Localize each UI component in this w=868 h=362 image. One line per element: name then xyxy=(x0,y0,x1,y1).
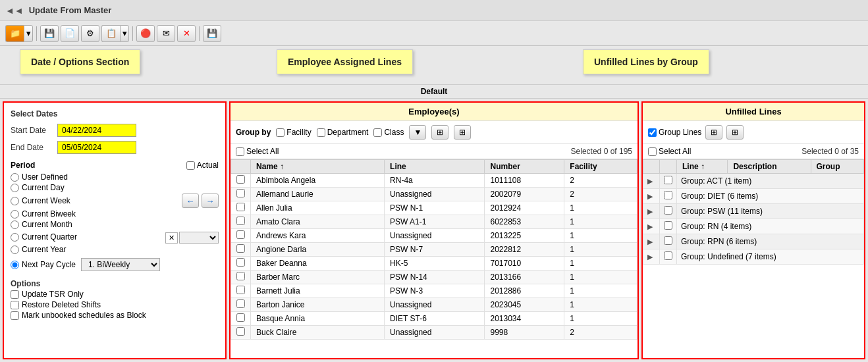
table-row[interactable]: Abimbola Angela RN-4a 1011108 2 xyxy=(231,174,637,188)
row-checkbox[interactable] xyxy=(236,175,245,184)
group-cb-cell[interactable] xyxy=(660,219,677,234)
row-checkbox[interactable] xyxy=(236,230,245,239)
open-arrow[interactable]: ▾ xyxy=(24,25,33,42)
prev-week-btn[interactable]: ← xyxy=(182,194,199,208)
current-quarter-radio[interactable] xyxy=(11,233,19,242)
table-row[interactable]: Basque Annia DIET ST-6 2013034 1 xyxy=(231,312,637,326)
row-checkbox-cell[interactable] xyxy=(231,243,251,257)
header-facility[interactable]: Facility xyxy=(564,160,637,174)
back-arrows[interactable]: ◄◄ xyxy=(5,5,24,16)
current-month-label[interactable]: Current Month xyxy=(11,220,72,229)
row-checkbox-cell[interactable] xyxy=(231,188,251,201)
pay-cycle-select[interactable]: 1. BiWeekly xyxy=(81,258,160,271)
group-row[interactable]: ▶ Group: PSW (11 items) xyxy=(643,204,864,219)
row-checkbox[interactable] xyxy=(236,286,245,294)
row-checkbox-cell[interactable] xyxy=(231,201,251,215)
table-row[interactable]: Baker Deanna HK-5 7017010 1 xyxy=(231,257,637,271)
unfilled-expand-btn[interactable]: ⊞ xyxy=(705,125,722,140)
unfilled-select-all-checkbox[interactable] xyxy=(648,147,657,156)
current-day-label[interactable]: Current Day xyxy=(11,183,65,192)
group-checkbox[interactable] xyxy=(664,191,672,199)
unfilled-columns-btn[interactable]: ⊞ xyxy=(726,125,744,140)
restore-deleted-checkbox[interactable] xyxy=(11,301,19,309)
current-week-radio[interactable] xyxy=(11,197,19,205)
current-biweek-radio[interactable] xyxy=(11,210,19,219)
group-checkbox[interactable] xyxy=(664,236,672,245)
row-checkbox[interactable] xyxy=(236,299,245,308)
row-checkbox-cell[interactable] xyxy=(231,271,251,284)
actual-checkbox[interactable] xyxy=(186,161,195,170)
row-checkbox[interactable] xyxy=(236,203,245,211)
expand-icon[interactable]: ▶ xyxy=(647,238,653,246)
group-cb-cell[interactable] xyxy=(660,189,677,204)
header-name[interactable]: Name ↑ xyxy=(251,160,385,174)
email-button[interactable]: ✉ xyxy=(157,25,175,42)
user-defined-label[interactable]: User Defined xyxy=(11,172,68,182)
table-row[interactable]: Allemand Laurie Unassigned 2002079 2 xyxy=(231,188,637,201)
delete-button[interactable]: 🔴 xyxy=(136,25,155,42)
current-month-radio[interactable] xyxy=(11,220,19,229)
restore-deleted-option[interactable]: Restore Deleted Shifts xyxy=(11,300,219,309)
row-checkbox[interactable] xyxy=(236,189,245,197)
open-button[interactable]: 📁 xyxy=(5,25,24,42)
table-row[interactable]: Angione Darla PSW N-7 2022812 1 xyxy=(231,243,637,257)
start-date-input[interactable] xyxy=(57,124,136,137)
mark-unbooked-checkbox[interactable] xyxy=(11,311,19,320)
group-checkbox[interactable] xyxy=(664,206,672,215)
group-checkbox[interactable] xyxy=(664,221,672,230)
expand-cell[interactable]: ▶ xyxy=(643,189,660,204)
settings-button[interactable]: ⚙ xyxy=(81,25,99,42)
row-checkbox[interactable] xyxy=(236,313,245,322)
facility-checkbox[interactable] xyxy=(276,128,285,137)
row-checkbox[interactable] xyxy=(236,272,245,280)
expand-btn[interactable]: ⊞ xyxy=(431,125,448,140)
expand-cell[interactable]: ▶ xyxy=(643,249,660,265)
row-checkbox-cell[interactable] xyxy=(231,174,251,188)
open-dropdown[interactable]: 📁 ▾ xyxy=(5,25,33,42)
table-row[interactable]: Buck Claire Unassigned 9998 2 xyxy=(231,326,637,340)
expand-icon[interactable]: ▶ xyxy=(647,253,653,261)
group-row[interactable]: ▶ Group: Undefined (7 items) xyxy=(643,249,864,265)
group-cb-cell[interactable] xyxy=(660,174,677,189)
unfilled-table-container[interactable]: Line ↑ Description Group ▶ Group: ACT (1… xyxy=(643,159,864,358)
row-checkbox-cell[interactable] xyxy=(231,257,251,271)
pay-cycle-label[interactable]: Next Pay Cycle xyxy=(11,260,76,269)
mark-unbooked-option[interactable]: Mark unbooked schedules as Block xyxy=(11,311,219,320)
current-year-label[interactable]: Current Year xyxy=(11,245,66,254)
expand-icon[interactable]: ▶ xyxy=(647,222,653,230)
actual-checkbox-label[interactable]: Actual xyxy=(186,161,219,170)
row-checkbox-cell[interactable] xyxy=(231,284,251,298)
group-row[interactable]: ▶ Group: RPN (6 items) xyxy=(643,234,864,249)
table-row[interactable]: Barton Janice Unassigned 2023045 1 xyxy=(231,298,637,312)
group-checkbox[interactable] xyxy=(664,251,672,260)
current-quarter-label[interactable]: Current Quarter xyxy=(11,232,77,242)
class-checkbox[interactable] xyxy=(373,128,382,137)
update-tsr-option[interactable]: Update TSR Only xyxy=(11,290,219,299)
table-row[interactable]: Andrews Kara Unassigned 2013225 1 xyxy=(231,229,637,243)
quarter-dropdown[interactable] xyxy=(179,232,219,244)
expand-cell[interactable]: ▶ xyxy=(643,204,660,219)
group-lines-label[interactable]: Group Lines xyxy=(648,128,701,137)
row-checkbox-cell[interactable] xyxy=(231,229,251,243)
save-button[interactable]: 💾 xyxy=(40,25,59,42)
select-all-checkbox[interactable] xyxy=(236,147,244,156)
department-cb-label[interactable]: Department xyxy=(317,128,369,137)
current-week-label[interactable]: Current Week xyxy=(11,196,70,205)
row-checkbox-cell[interactable] xyxy=(231,326,251,340)
row-checkbox[interactable] xyxy=(236,217,245,225)
class-cb-label[interactable]: Class xyxy=(373,128,404,137)
unfilled-header-description[interactable]: Description xyxy=(728,160,811,174)
group-cb-cell[interactable] xyxy=(660,249,677,265)
expand-icon[interactable]: ▶ xyxy=(647,177,653,185)
next-pay-cycle-radio[interactable] xyxy=(11,261,19,269)
copy-dropdown[interactable]: 📋 ▾ xyxy=(101,25,129,42)
table-row[interactable]: Barnett Julia PSW N-3 2012886 1 xyxy=(231,284,637,298)
unfilled-header-group[interactable]: Group xyxy=(811,160,864,174)
group-checkbox[interactable] xyxy=(664,176,672,184)
current-year-radio[interactable] xyxy=(11,246,19,254)
row-checkbox-cell[interactable] xyxy=(231,215,251,229)
print-button[interactable]: 📄 xyxy=(61,25,79,42)
header-line[interactable]: Line xyxy=(385,160,485,174)
export-button[interactable]: 💾 xyxy=(203,25,221,42)
facility-cb-label[interactable]: Facility xyxy=(276,128,311,137)
